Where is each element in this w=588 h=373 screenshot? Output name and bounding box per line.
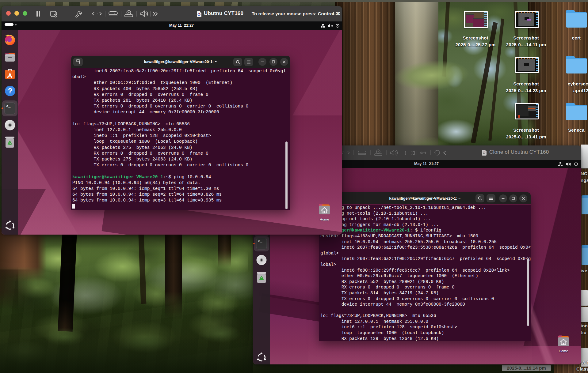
svg-text:?: ?	[8, 87, 12, 95]
svg-text:>_: >_	[6, 104, 11, 108]
svg-text:>_: >_	[258, 239, 262, 243]
